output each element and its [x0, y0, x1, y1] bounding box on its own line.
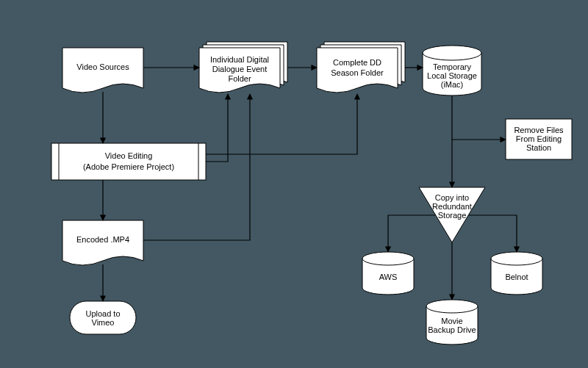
label-complete-folder-l1: Complete DD	[333, 58, 381, 67]
svg-point-8	[426, 300, 478, 313]
node-encoded-mp4: Encoded .MP4	[62, 220, 143, 265]
edge-copy-to-aws	[388, 215, 435, 252]
label-individual-folder-l1: Individual Digital	[210, 55, 269, 64]
svg-point-0	[423, 46, 481, 60]
node-temp-storage: Temporary Local Storage (iMac)	[423, 46, 481, 95]
node-video-editing: Video Editing (Adobe Premiere Project)	[51, 143, 206, 180]
edge-copy-to-belnot	[469, 215, 517, 252]
label-copy-redundant-l1: Copy into	[435, 193, 469, 202]
label-temp-storage-l1: Temporary	[433, 62, 471, 71]
label-upload-vimeo-l1: Upload to	[85, 309, 120, 318]
edge-editing-to-complete	[206, 94, 357, 154]
label-video-sources: Video Sources	[76, 62, 129, 71]
label-belnot: Belnot	[505, 273, 528, 281]
svg-point-7	[491, 252, 542, 265]
label-copy-redundant-l2: Redundant	[432, 202, 472, 211]
label-aws: AWS	[379, 273, 398, 281]
edge-editing-to-individual	[206, 94, 228, 162]
edges	[103, 68, 517, 301]
label-temp-storage-l3: (iMac)	[441, 80, 464, 89]
node-belnot: Belnot	[491, 252, 542, 295]
label-remove-files-l2: From Editing	[516, 134, 562, 143]
node-upload-vimeo: Upload to Vimeo	[70, 301, 136, 334]
label-remove-files-l1: Remove Files	[514, 126, 564, 134]
label-video-editing-l1: Video Editing	[105, 151, 153, 160]
edge-temp-to-remove	[452, 95, 506, 140]
node-complete-folder: Complete DD Season Folder	[317, 42, 405, 93]
node-individual-folder: Individual Digital Dialogue Event Folder	[199, 42, 287, 93]
svg-point-6	[362, 252, 414, 265]
label-individual-folder-l2: Dialogue Event	[212, 65, 268, 73]
label-individual-folder-l3: Folder	[228, 74, 251, 83]
label-complete-folder-l2: Season Folder	[331, 68, 384, 77]
node-video-sources: Video Sources	[62, 48, 143, 93]
label-remove-files-l3: Station	[526, 143, 551, 152]
label-temp-storage-l2: Local Storage	[427, 71, 477, 80]
label-upload-vimeo-l2: Vimeo	[92, 318, 115, 327]
node-movie-backup: Movie Backup Drive	[426, 300, 478, 344]
node-aws: AWS	[362, 252, 414, 295]
label-movie-backup-l2: Backup Drive	[428, 325, 476, 334]
label-encoded-mp4: Encoded .MP4	[76, 235, 129, 244]
label-copy-redundant-l3: Storage	[438, 211, 467, 220]
node-remove-files: Remove Files From Editing Station	[506, 119, 572, 159]
label-movie-backup-l1: Movie	[441, 317, 462, 325]
label-video-editing-l2: (Adobe Premiere Project)	[83, 162, 174, 171]
